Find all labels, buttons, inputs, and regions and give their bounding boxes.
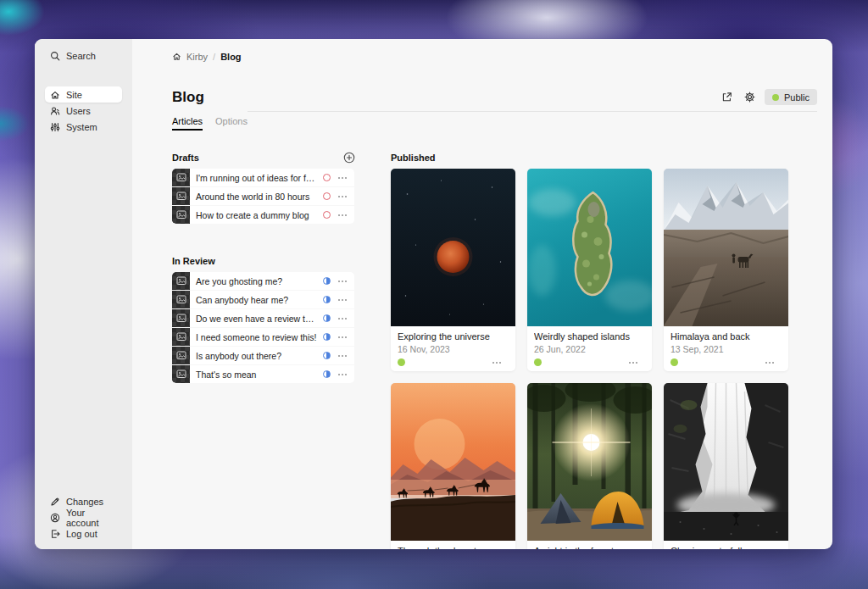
list-item[interactable]: Around the world in 80 hours	[172, 187, 354, 205]
list-item[interactable]: That's so mean	[172, 365, 354, 383]
page-thumbnail	[172, 309, 190, 327]
drafts-section: Drafts I'm running out of ideas for fake…	[172, 152, 354, 224]
card-chasing-waterfalls[interactable]: Chasing waterfalls	[664, 383, 788, 549]
list-item[interactable]: I need someone to review this!	[172, 328, 354, 346]
card-title: Weirdly shaped islands	[534, 331, 645, 342]
edit-icon	[50, 497, 60, 507]
unlisted-status-icon[interactable]	[323, 352, 331, 359]
open-preview-button[interactable]	[719, 90, 734, 105]
options-dots-button[interactable]	[338, 210, 348, 220]
search-icon	[50, 51, 60, 61]
in-review-section-header: In Review	[172, 255, 354, 266]
card-body: Through the desert	[391, 541, 515, 549]
card-weirdly-shaped-islands[interactable]: Weirdly shaped islands 26 Jun, 2022	[527, 169, 652, 371]
options-dots-button[interactable]	[629, 358, 638, 368]
list-item[interactable]: How to create a dummy blog	[172, 206, 354, 224]
page-title-text: Are you ghosting me?	[190, 276, 323, 286]
page-thumbnail	[172, 347, 190, 364]
status-badge[interactable]: Public	[765, 89, 817, 105]
published-status-icon[interactable]	[534, 358, 542, 366]
list-item[interactable]: Is anybody out there?	[172, 347, 354, 364]
card-image-desert-camels-sunset	[391, 383, 515, 541]
card-image-island-aerial	[527, 169, 652, 326]
published-section-header: Published	[391, 152, 817, 163]
drafts-list: I'm running out of ideas for fake arti… …	[172, 169, 354, 224]
page-title: Blog	[172, 89, 204, 106]
card-image-forest-camp-tents	[527, 383, 652, 541]
tab-bar: Articles Options	[172, 113, 817, 131]
published-status-icon[interactable]	[670, 358, 678, 366]
sidebar-item-label: Changes	[66, 497, 103, 507]
card-himalaya-and-back[interactable]: Himalaya and back 13 Sep, 2021	[664, 169, 788, 371]
list-item[interactable]: Do we even have a review team?	[172, 309, 354, 327]
unlisted-status-icon[interactable]	[323, 370, 331, 378]
card-image-waterfall-bw	[664, 383, 788, 541]
card-title: Exploring the universe	[398, 331, 509, 342]
settings-button[interactable]	[742, 90, 757, 105]
account-icon	[50, 513, 60, 523]
card-title: Chasing waterfalls	[670, 546, 782, 549]
options-dots-button[interactable]	[338, 370, 348, 380]
breadcrumb-link-kirby[interactable]: Kirby	[186, 52, 208, 62]
card-date: 13 Sep, 2021	[670, 344, 782, 354]
card-a-night-in-the-forest[interactable]: A night in the forest	[527, 383, 652, 549]
card-footer	[398, 358, 509, 369]
sidebar-footer: Changes Your account Log out	[45, 493, 122, 542]
sidebar-item-users[interactable]: Users	[45, 103, 122, 119]
section-label: In Review	[172, 256, 215, 266]
sidebar-item-label: Log out	[66, 529, 97, 539]
unlisted-status-icon[interactable]	[323, 277, 331, 285]
page-title-text: Do we even have a review team?	[190, 314, 323, 324]
sidebar-item-site[interactable]: Site	[45, 86, 122, 103]
kirby-panel-window: Search Site Users System	[35, 39, 832, 549]
options-dots-button[interactable]	[492, 358, 502, 368]
tab-options[interactable]: Options	[215, 113, 248, 131]
sidebar-item-your-account[interactable]: Your account	[45, 509, 122, 525]
list-item[interactable]: Are you ghosting me?	[172, 272, 354, 290]
page-title-text: Can anybody hear me?	[190, 295, 323, 305]
options-dots-button[interactable]	[338, 173, 348, 183]
card-exploring-the-universe[interactable]: Exploring the universe 16 Nov, 2023	[391, 169, 515, 371]
page-title-text: Around the world in 80 hours	[190, 192, 323, 202]
home-icon[interactable]	[172, 52, 181, 61]
section-label: Drafts	[172, 153, 199, 163]
options-dots-button[interactable]	[338, 276, 348, 286]
published-status-icon[interactable]	[398, 358, 405, 366]
unlisted-status-icon[interactable]	[323, 314, 331, 322]
tab-articles[interactable]: Articles	[172, 113, 203, 131]
draft-status-icon[interactable]	[323, 192, 331, 200]
card-title: A night in the forest	[534, 546, 645, 549]
options-dots-button[interactable]	[338, 295, 348, 305]
card-body: Himalaya and back 13 Sep, 2021	[664, 326, 788, 371]
unlisted-status-icon[interactable]	[323, 296, 331, 303]
options-dots-button[interactable]	[338, 314, 348, 324]
logout-icon	[50, 529, 60, 539]
page-title-text: I'm running out of ideas for fake arti…	[190, 173, 323, 183]
sidebar-item-label: Your account	[66, 508, 117, 528]
sidebar-item-log-out[interactable]: Log out	[45, 525, 122, 542]
page-thumbnail	[172, 206, 190, 224]
settings-icon	[744, 92, 755, 103]
card-footer	[534, 358, 645, 369]
draft-status-icon[interactable]	[323, 211, 331, 219]
card-footer	[670, 358, 782, 369]
options-dots-button[interactable]	[338, 192, 348, 202]
left-column: Drafts I'm running out of ideas for fake…	[172, 152, 354, 549]
options-dots-button[interactable]	[765, 358, 775, 368]
sliders-icon	[50, 122, 60, 132]
list-item[interactable]: I'm running out of ideas for fake arti…	[172, 169, 354, 186]
card-through-the-desert[interactable]: Through the desert	[391, 383, 515, 549]
unlisted-status-icon[interactable]	[323, 333, 331, 341]
draft-status-icon[interactable]	[323, 174, 331, 181]
options-dots-button[interactable]	[338, 332, 348, 342]
options-dots-button[interactable]	[338, 351, 348, 361]
add-page-button[interactable]	[342, 151, 355, 164]
sidebar-item-label: System	[66, 122, 97, 132]
sidebar-item-search[interactable]: Search	[45, 47, 122, 64]
list-item[interactable]: Can anybody hear me?	[172, 291, 354, 308]
in-review-section: In Review Are you ghosting me?	[172, 255, 354, 383]
sidebar-item-system[interactable]: System	[45, 119, 122, 135]
page-title-text: How to create a dummy blog	[190, 210, 323, 220]
section-label: Published	[391, 153, 436, 163]
breadcrumb-current-blog[interactable]: Blog	[220, 52, 241, 62]
